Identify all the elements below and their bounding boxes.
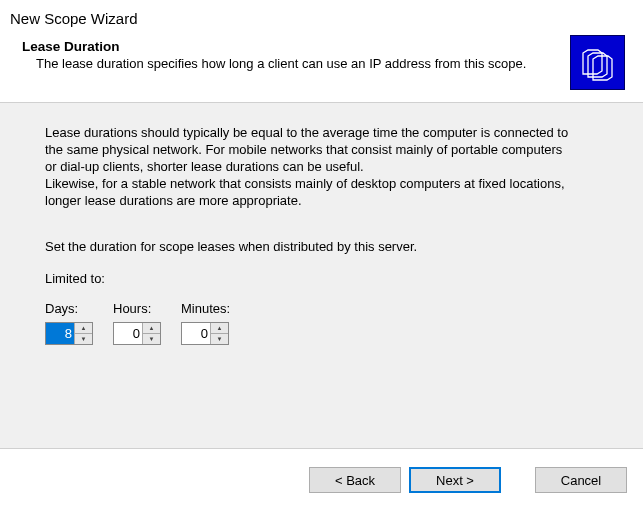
minutes-group: Minutes: ▲ ▼ — [181, 301, 230, 345]
minutes-input[interactable] — [182, 323, 210, 344]
duration-spinners: Days: ▲ ▼ Hours: ▲ ▼ Minutes: — [45, 301, 598, 345]
back-button[interactable]: < Back — [309, 467, 401, 493]
days-group: Days: ▲ ▼ — [45, 301, 93, 345]
days-input[interactable] — [46, 323, 74, 344]
wizard-button-bar: < Back Next > Cancel — [0, 449, 643, 493]
hours-up-button[interactable]: ▲ — [143, 323, 160, 334]
hours-label: Hours: — [113, 301, 161, 316]
page-title: Lease Duration — [22, 39, 570, 54]
wizard-header: Lease Duration The lease duration specif… — [0, 31, 643, 102]
next-button[interactable]: Next > — [409, 467, 501, 493]
minutes-down-button[interactable]: ▼ — [211, 334, 228, 344]
hours-down-button[interactable]: ▼ — [143, 334, 160, 344]
cancel-button[interactable]: Cancel — [535, 467, 627, 493]
days-label: Days: — [45, 301, 93, 316]
days-down-button[interactable]: ▼ — [75, 334, 92, 344]
set-duration-text: Set the duration for scope leases when d… — [45, 239, 598, 254]
days-up-button[interactable]: ▲ — [75, 323, 92, 334]
hours-stepper[interactable]: ▲ ▼ — [113, 322, 161, 345]
limited-to-label: Limited to: — [45, 271, 598, 286]
hours-input[interactable] — [114, 323, 142, 344]
minutes-stepper[interactable]: ▲ ▼ — [181, 322, 229, 345]
folders-icon — [570, 35, 625, 90]
minutes-up-button[interactable]: ▲ — [211, 323, 228, 334]
days-stepper[interactable]: ▲ ▼ — [45, 322, 93, 345]
description-paragraph-1: Lease durations should typically be equa… — [45, 125, 575, 176]
page-subtitle: The lease duration specifies how long a … — [22, 56, 570, 71]
description-paragraph-2: Likewise, for a stable network that cons… — [45, 176, 575, 210]
hours-group: Hours: ▲ ▼ — [113, 301, 161, 345]
minutes-label: Minutes: — [181, 301, 230, 316]
window-title: New Scope Wizard — [0, 0, 643, 31]
wizard-content: Lease durations should typically be equa… — [0, 102, 643, 449]
